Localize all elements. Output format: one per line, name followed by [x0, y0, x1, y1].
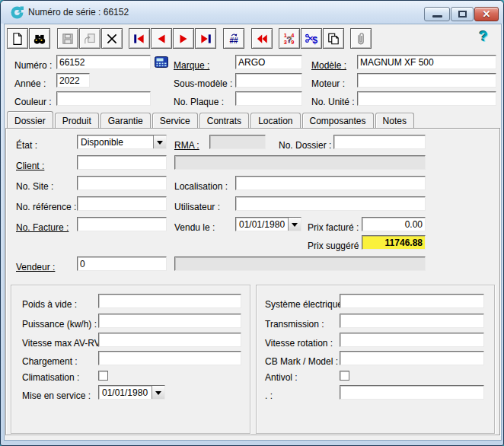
tab-service[interactable]: Service	[152, 113, 198, 128]
prix-facture-input[interactable]	[362, 217, 426, 231]
no-site-input[interactable]	[77, 176, 167, 190]
etat-label: État :	[16, 140, 37, 152]
delete-x-button[interactable]	[101, 28, 123, 49]
new-document-button[interactable]	[7, 28, 28, 49]
poids-a-vide-input[interactable]	[98, 294, 241, 308]
climatisation-checkbox[interactable]	[98, 371, 108, 381]
puissance-input[interactable]	[98, 314, 241, 328]
poids-a-vide-label: Poids à vide :	[22, 299, 77, 311]
systeme-electrique-label: Système électrique :	[265, 299, 348, 311]
antivol-checkbox[interactable]	[340, 371, 349, 381]
no-unite-label: No. Unité :	[311, 97, 355, 109]
previous-serial-double-button[interactable]	[251, 28, 273, 49]
vitesse-max-input[interactable]	[98, 333, 241, 347]
modele-label[interactable]: Modèle :	[311, 60, 346, 72]
mise-en-service-date-dropdown[interactable]: 01/01/1980	[98, 385, 165, 400]
find-binoculars-button[interactable]	[29, 28, 50, 49]
tab-contrats[interactable]: Contrats	[199, 113, 249, 128]
tab-location[interactable]: Location	[250, 113, 300, 128]
copy-pages-button[interactable]	[323, 28, 344, 49]
annee-label: Année :	[14, 78, 46, 91]
vendu-le-date-dropdown[interactable]: 01/01/1980	[235, 217, 301, 231]
moteur-label: Moteur :	[311, 78, 345, 91]
minimize-button[interactable]	[424, 7, 450, 21]
no-facture-input[interactable]	[77, 217, 167, 231]
no-unite-input[interactable]	[357, 91, 496, 106]
marque-label[interactable]: Marque :	[174, 60, 209, 72]
prix-facture-label: Prix facturé :	[308, 222, 359, 234]
no-facture-label[interactable]: No. Facture :	[16, 222, 69, 234]
svg-text:$: $	[312, 34, 317, 45]
client-input[interactable]	[77, 155, 167, 170]
tab-composantes[interactable]: Composantes	[302, 113, 374, 128]
vendeur-name-display	[174, 256, 426, 271]
couleur-label: Couleur :	[14, 97, 52, 109]
numero-label: Numéro :	[14, 60, 52, 72]
couleur-input[interactable]	[56, 91, 151, 106]
rma-input	[209, 135, 266, 149]
moteur-input[interactable]	[357, 73, 496, 88]
vitesse-rotation-label: Vitesse rotation :	[265, 338, 333, 350]
chargement-input[interactable]	[98, 351, 241, 365]
next-record-button[interactable]	[173, 28, 194, 49]
transmission-label: Transmission :	[265, 319, 324, 331]
marque-input[interactable]	[235, 55, 302, 69]
annee-input[interactable]	[56, 73, 90, 88]
sous-modele-label: Sous-modèle :	[174, 78, 232, 91]
chevron-down-icon[interactable]	[152, 386, 164, 399]
rma-label[interactable]: RMA :	[174, 140, 199, 152]
prix-suggere-label: Prix suggéré :	[308, 241, 364, 253]
no-plaque-label: No. Plaque :	[174, 97, 224, 109]
cb-mark-model-label: CB Mark / Model :	[265, 356, 338, 368]
etat-value: Disponible	[81, 137, 123, 148]
close-button[interactable]: ✕	[474, 7, 499, 21]
utilisateur-input[interactable]	[235, 196, 426, 211]
serial-number-window: Numéro de série : 66152 ✕ ##1439?$ ? Num…	[0, 0, 504, 446]
dot-label: . :	[265, 390, 273, 403]
sous-modele-input[interactable]	[235, 73, 302, 88]
find-number-button[interactable]: 1439?	[279, 28, 300, 49]
close-icon: ✕	[475, 8, 498, 20]
last-record-button[interactable]	[195, 28, 216, 49]
tab-notes[interactable]: Notes	[375, 113, 414, 128]
svg-text:##: ##	[229, 37, 238, 45]
chevron-down-icon[interactable]	[288, 218, 301, 231]
tab-garantie[interactable]: Garantie	[100, 113, 151, 128]
transfer-page-button	[79, 28, 100, 49]
paperclip-attachment-button[interactable]	[350, 28, 372, 49]
goto-record-number-button[interactable]: ##	[223, 28, 244, 49]
etat-dropdown[interactable]: Disponible	[77, 135, 167, 149]
calculator-icon[interactable]	[155, 56, 168, 68]
vendu-le-value: 01/01/1980	[239, 219, 285, 230]
numero-input[interactable]	[56, 55, 151, 69]
vitesse-rotation-input[interactable]	[340, 333, 484, 347]
previous-record-button[interactable]	[151, 28, 172, 49]
help-icon[interactable]: ?	[474, 28, 493, 48]
no-reference-input[interactable]	[77, 196, 167, 211]
tab-produit[interactable]: Produit	[55, 113, 99, 128]
transmission-input[interactable]	[340, 314, 484, 328]
vendeur-label[interactable]: Vendeur :	[16, 262, 55, 274]
price-scissors-button[interactable]: $	[301, 28, 322, 49]
systeme-electrique-input[interactable]	[340, 294, 484, 308]
no-plaque-input[interactable]	[235, 91, 302, 106]
tab-dossier[interactable]: Dossier	[7, 111, 53, 128]
chargement-label: Chargement :	[22, 356, 78, 368]
restore-button[interactable]	[451, 7, 474, 21]
restore-icon	[458, 11, 467, 18]
localisation-input[interactable]	[235, 176, 426, 190]
vitesse-max-label: Vitesse max AV-RV :	[22, 338, 105, 350]
app-logo-icon	[11, 5, 24, 19]
titlebar[interactable]: Numéro de série : 66152 ✕	[1, 1, 503, 24]
client-label[interactable]: Client :	[16, 161, 44, 173]
cb-mark-model-input[interactable]	[340, 351, 484, 365]
chevron-down-icon[interactable]	[153, 135, 166, 148]
dot-input[interactable]	[340, 385, 484, 400]
tab-strip: DossierProduitGarantieServiceContratsLoc…	[7, 113, 416, 129]
first-record-button[interactable]	[129, 28, 150, 49]
no-dossier-input[interactable]	[333, 135, 426, 149]
puissance-label: Puissance (kw/h) :	[22, 319, 97, 331]
prix-suggere-input[interactable]	[362, 235, 426, 250]
vendeur-input[interactable]	[77, 256, 167, 271]
modele-input[interactable]	[357, 55, 496, 69]
